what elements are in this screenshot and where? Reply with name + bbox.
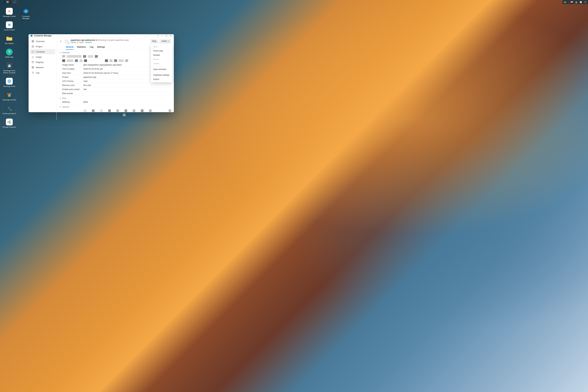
taskbar-container-manager-button[interactable]: [11, 0, 19, 4]
sidebar-item-project[interactable]: Project: [30, 44, 55, 49]
chevron-up-icon: [59, 106, 61, 108]
window-minimize-button[interactable]: —: [161, 34, 164, 37]
window-maximize-button[interactable]: [165, 34, 168, 37]
kv-web-portals: Web portals: [59, 92, 171, 96]
svg-rect-0: [7, 1, 7, 2]
back-button[interactable]: [59, 39, 63, 44]
taskbar-cloud-icon[interactable]: [563, 0, 567, 4]
action-menu-duplicate-settings[interactable]: Duplicate settings: [151, 73, 172, 77]
sidebar-item-network[interactable]: Network: [30, 65, 55, 70]
desktop-icon-control-panel[interactable]: Control Panel: [2, 21, 17, 31]
redacted-volume-row-1: [59, 109, 171, 113]
window-titlebar[interactable]: Container Manager ? — ✕: [29, 34, 174, 37]
svg-point-21: [8, 107, 10, 109]
tab-log[interactable]: Log: [90, 46, 93, 50]
svg-marker-32: [30, 34, 33, 37]
desktop-icon-dsm-help[interactable]: ?DSM Help: [2, 48, 17, 58]
svg-line-22: [10, 109, 12, 111]
kv-auto-restart: Enable auto-restartYes: [59, 88, 171, 92]
sidebar-item-overview[interactable]: Overview: [30, 39, 55, 44]
desktop-icon-synology-photos[interactable]: Synology Photos: [2, 91, 17, 101]
svg-line-40: [33, 46, 34, 46]
svg-rect-37: [33, 42, 34, 42]
svg-rect-13: [9, 24, 10, 26]
window-help-button[interactable]: ?: [157, 34, 159, 37]
log-icon: [32, 71, 34, 74]
taskbar-apps-button[interactable]: [4, 0, 11, 4]
action-dropdown: Start Force stop Restart Reset Delete Op…: [151, 44, 172, 82]
main-panel: paperless-ngx-webserver-1 (Running in pr…: [57, 37, 174, 120]
svg-rect-16: [8, 65, 9, 66]
sidebar-item-container[interactable]: Container: [30, 49, 55, 54]
svg-rect-2: [7, 2, 7, 3]
action-button[interactable]: Action: [159, 39, 171, 43]
desktop-icon-file-station[interactable]: File Station: [2, 35, 17, 44]
container-manager-window: Container Manager ? — ✕ Overview Project…: [29, 34, 174, 112]
svg-rect-12: [8, 24, 9, 26]
desktop-icon-storage-analyzer[interactable]: Storage Analyzer: [2, 118, 17, 128]
container-icon: [32, 50, 34, 53]
svg-rect-6: [580, 1, 582, 3]
taskbar-user-icon[interactable]: [575, 0, 578, 4]
kv-port-8000: 8000/tcp8010: [59, 100, 171, 104]
svg-point-10: [9, 10, 10, 12]
action-menu-restart[interactable]: Restart: [151, 53, 172, 57]
desktop-icon-drive-admin[interactable]: Synology Drive Admin Console: [2, 62, 17, 74]
svg-rect-33: [166, 35, 167, 36]
svg-point-7: [584, 1, 586, 2]
tab-general[interactable]: General: [66, 46, 74, 50]
svg-rect-3: [8, 2, 9, 3]
desktop-icon-synology-drive[interactable]: Synology Drive: [2, 78, 17, 88]
stop-button[interactable]: Stop: [150, 39, 158, 43]
status-dot-running-icon: [68, 42, 69, 44]
sidebar: Overview Project Container Image Registr…: [29, 37, 57, 120]
svg-rect-43: [32, 61, 34, 63]
tab-statistics[interactable]: Statistics: [77, 46, 86, 50]
taskbar-chat-icon[interactable]: [570, 0, 573, 4]
svg-marker-42: [32, 51, 34, 53]
desktop-icon-universal-search[interactable]: Universal Search: [2, 105, 17, 115]
sidebar-item-image[interactable]: Image: [30, 54, 55, 60]
taskbar-widgets-icon[interactable]: [579, 0, 582, 4]
chevron-up-icon: [59, 97, 61, 99]
container-project-note: (Running in project paperless-ngx): [98, 39, 129, 41]
container-uptime: Up for 17 mins -: [71, 41, 85, 44]
overview-icon: [32, 40, 34, 42]
chevron-down-icon: [168, 40, 169, 42]
svg-rect-14: [10, 24, 10, 26]
action-menu-open-terminal[interactable]: Open terminal: [151, 67, 172, 72]
svg-marker-51: [65, 40, 68, 42]
sidebar-item-registry[interactable]: Registry: [30, 60, 55, 65]
window-close-button[interactable]: ✕: [169, 34, 172, 37]
taskbar-search-icon[interactable]: [584, 0, 587, 4]
action-menu-export[interactable]: Export: [151, 77, 172, 81]
container-name: paperless-ngx-webserver-1: [71, 39, 97, 41]
svg-rect-25: [9, 121, 9, 122]
image-icon: [32, 56, 34, 58]
sidebar-item-log[interactable]: Log: [30, 70, 55, 75]
action-menu-force-stop[interactable]: Force stop: [151, 49, 172, 53]
project-icon: [32, 45, 34, 48]
svg-point-19: [8, 94, 11, 97]
svg-line-39: [32, 46, 33, 46]
window-app-icon: [30, 34, 33, 37]
action-menu-start: Start: [151, 44, 172, 49]
svg-rect-36: [32, 42, 33, 42]
tab-settings[interactable]: Settings: [97, 46, 105, 50]
taskbar: |: [0, 0, 588, 4]
svg-rect-26: [10, 120, 10, 122]
section-port-toggle[interactable]: Port: [59, 96, 171, 100]
section-volume-toggle[interactable]: Volume: [59, 104, 171, 109]
container-status-icon: [64, 39, 69, 44]
desktop-icon-container-manager[interactable]: Container Manager: [19, 8, 33, 20]
kv-memory-limit: Memory LimitNo Limit: [59, 83, 171, 88]
window-title: Container Manager: [34, 34, 52, 37]
desktop-icon-package-center[interactable]: Package Center: [2, 8, 17, 18]
svg-marker-4: [14, 1, 16, 3]
svg-point-5: [576, 1, 576, 2]
svg-rect-24: [8, 122, 8, 122]
container-health: Healthy: [85, 41, 92, 44]
registry-icon: [32, 61, 34, 64]
svg-line-8: [586, 2, 586, 3]
action-menu-reset: Reset: [151, 57, 172, 62]
